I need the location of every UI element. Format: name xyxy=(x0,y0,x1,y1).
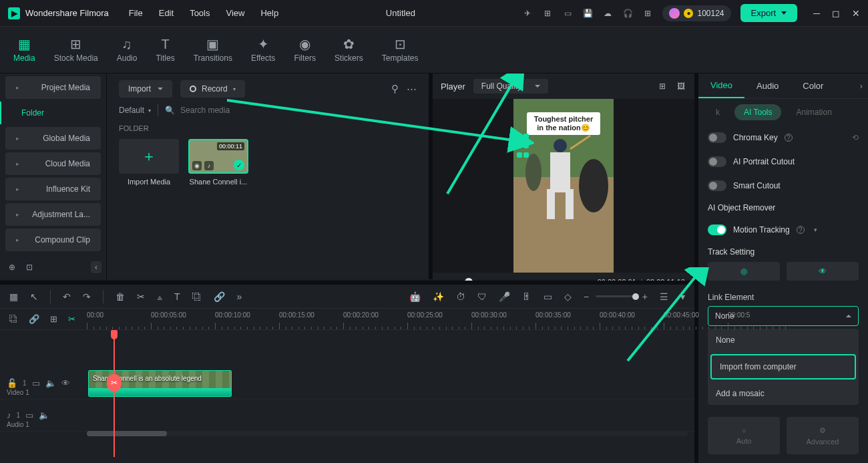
tab-transitions[interactable]: ▣Transitions xyxy=(194,37,232,63)
device-icon[interactable]: ⊞ xyxy=(542,8,553,19)
layout-icon[interactable]: ⊞ xyxy=(657,81,668,92)
opt-motion-tracking[interactable]: Motion Tracking?▾ xyxy=(698,218,868,242)
tl-delete-icon[interactable]: 🗑 xyxy=(116,291,125,302)
ruler-layers-icon[interactable]: ⿻ xyxy=(9,314,18,324)
project-media-button[interactable]: ▸Project Media xyxy=(5,76,101,99)
playhead[interactable]: ✂ xyxy=(114,330,115,457)
close-button[interactable]: ✕ xyxy=(852,8,860,19)
more-icon[interactable]: ⋯ xyxy=(407,83,417,95)
tl-ai-icon[interactable]: 🤖 xyxy=(409,291,421,302)
ruler-autoripple-icon[interactable]: ⊞ xyxy=(50,314,57,324)
playhead-cut-icon[interactable]: ✂ xyxy=(107,374,122,392)
track-target-button[interactable]: ◎ xyxy=(708,262,780,281)
tl-marker-icon[interactable]: ◇ xyxy=(564,291,572,302)
ruler-cut-icon[interactable]: ✂ xyxy=(68,314,75,324)
sidebar-compound-clip[interactable]: ▸Compound Clip xyxy=(5,228,101,251)
tl-cut-icon[interactable]: ✂ xyxy=(137,291,145,302)
sidebar-influence-kit[interactable]: ▸Influence Kit xyxy=(5,178,101,200)
subtab-animation[interactable]: Animation xyxy=(787,104,841,120)
tl-link-icon[interactable]: 🔗 xyxy=(214,291,225,302)
maximize-button[interactable]: ◻ xyxy=(832,8,840,19)
sidebar-folder[interactable]: Folder xyxy=(0,102,106,124)
tab-templates[interactable]: ⊡Templates xyxy=(382,37,419,63)
tab-audio[interactable]: ♫Audio xyxy=(117,37,138,63)
tl-shield-icon[interactable]: 🛡 xyxy=(477,291,487,302)
opt-object-remover[interactable]: AI Object Remover xyxy=(698,198,868,218)
tab-filters[interactable]: ◉Filters xyxy=(294,37,316,63)
dd-none[interactable]: None xyxy=(708,329,859,351)
tab-effects[interactable]: ✦Effects xyxy=(251,37,275,63)
menu-view[interactable]: View xyxy=(226,8,244,18)
tl-more-icon[interactable]: » xyxy=(237,291,242,302)
tl-mic-icon[interactable]: 🎤 xyxy=(499,291,510,302)
track-preview-button[interactable]: 👁 xyxy=(787,262,859,281)
grid-icon[interactable]: ⊞ xyxy=(642,8,653,19)
menu-edit[interactable]: Edit xyxy=(159,8,174,18)
lock-icon[interactable]: ♪ xyxy=(7,410,11,420)
tl-magnet-icon[interactable]: ▦ xyxy=(9,291,18,302)
advanced-track-button[interactable]: ⚙Advanced xyxy=(787,417,859,454)
tabs-next-icon[interactable]: › xyxy=(855,74,868,98)
tab-stock-media[interactable]: ⊞Stock Media xyxy=(54,37,98,63)
tl-grid-icon[interactable]: ☰ xyxy=(660,291,668,302)
menu-tools[interactable]: Tools xyxy=(190,8,210,18)
minimize-button[interactable]: ─ xyxy=(813,8,820,19)
menu-help[interactable]: Help xyxy=(260,8,278,18)
search-media[interactable]: 🔍 xyxy=(165,106,314,115)
tl-speed-icon[interactable]: ⏱ xyxy=(456,291,465,302)
video-preview[interactable]: Toughest pitcher in the nation😊 xyxy=(433,99,694,273)
sidebar-global-media[interactable]: ▸Global Media xyxy=(5,127,101,150)
save-icon[interactable]: 💾 xyxy=(582,8,593,19)
chevron-down-icon[interactable]: ▾ xyxy=(814,226,817,233)
zoom-slider[interactable] xyxy=(596,295,636,297)
tl-enhance-icon[interactable]: ✨ xyxy=(433,291,444,302)
credits-pill[interactable]: ● 100124 xyxy=(662,5,730,21)
tab-titles[interactable]: TTitles xyxy=(156,37,174,63)
import-media-tile[interactable]: ＋ Import Media xyxy=(119,139,179,186)
menu-file[interactable]: File xyxy=(129,8,143,18)
sort-default[interactable]: Default▾ xyxy=(119,106,151,115)
track-target-icon[interactable]: ▭ xyxy=(32,378,40,388)
tab-video[interactable]: Video xyxy=(698,73,744,98)
sidebar-cloud-media[interactable]: ▸Cloud Media xyxy=(5,152,101,175)
mute-track-icon[interactable]: 🔈 xyxy=(45,378,56,388)
search-input[interactable] xyxy=(180,106,314,115)
snapshot-quick-icon[interactable]: 🖼 xyxy=(676,81,686,92)
track-target-icon[interactable]: ▭ xyxy=(25,410,33,420)
tab-media[interactable]: ▦Media xyxy=(13,37,35,63)
dd-add-mosaic[interactable]: Add a mosaic xyxy=(708,382,859,405)
help-icon[interactable]: ? xyxy=(785,134,793,142)
tab-stickers[interactable]: ✿Stickers xyxy=(335,37,363,63)
subtab-basic[interactable]: k xyxy=(706,104,729,120)
zoom-out-button[interactable]: − xyxy=(584,291,589,302)
dd-import-computer[interactable]: Import from computer xyxy=(710,354,856,379)
hide-track-icon[interactable]: 👁 xyxy=(61,378,70,388)
ruler-link-icon[interactable]: 🔗 xyxy=(29,314,39,324)
opt-chroma-key[interactable]: Chroma Key?⟲ xyxy=(698,126,868,150)
sidebar-adjustment-layer[interactable]: ▸Adjustment La... xyxy=(5,203,101,226)
headphone-icon[interactable]: 🎧 xyxy=(622,8,633,19)
record-dropdown[interactable]: Record▾ xyxy=(180,80,245,98)
new-folder-icon[interactable]: ⊕ xyxy=(5,261,19,274)
zoom-in-button[interactable]: + xyxy=(642,291,648,302)
help-icon[interactable]: ? xyxy=(797,226,805,234)
opt-ai-portrait[interactable]: AI Portrait Cutout xyxy=(698,150,868,174)
filter-icon[interactable]: ⚲ xyxy=(391,83,399,95)
monitor-icon[interactable]: ▭ xyxy=(562,8,573,19)
mute-track-icon[interactable]: 🔈 xyxy=(39,410,49,420)
quality-dropdown[interactable]: Full Quality xyxy=(473,79,548,94)
tl-redo-icon[interactable]: ↷ xyxy=(83,291,91,302)
import-dropdown[interactable]: Import xyxy=(119,80,172,98)
tl-settings-icon[interactable]: ▾ xyxy=(680,291,685,302)
tab-audio-props[interactable]: Audio xyxy=(744,74,791,98)
tl-select-icon[interactable]: ↖ xyxy=(30,291,38,302)
tl-mixer-icon[interactable]: 🎚 xyxy=(522,291,531,302)
tl-undo-icon[interactable]: ↶ xyxy=(63,291,71,302)
auto-track-button[interactable]: ⟐Auto xyxy=(708,417,780,454)
lock-icon[interactable]: 🔓 xyxy=(7,378,17,388)
time-ruler[interactable]: 00:0000:00:05:0000:00:10:0000:00:15:0000… xyxy=(87,309,688,329)
timeline-scrollbar[interactable] xyxy=(87,431,688,436)
tab-color[interactable]: Color xyxy=(791,74,835,98)
tl-crop-icon[interactable]: ⟁ xyxy=(157,291,162,302)
opt-smart-cutout[interactable]: Smart Cutout xyxy=(698,174,868,198)
